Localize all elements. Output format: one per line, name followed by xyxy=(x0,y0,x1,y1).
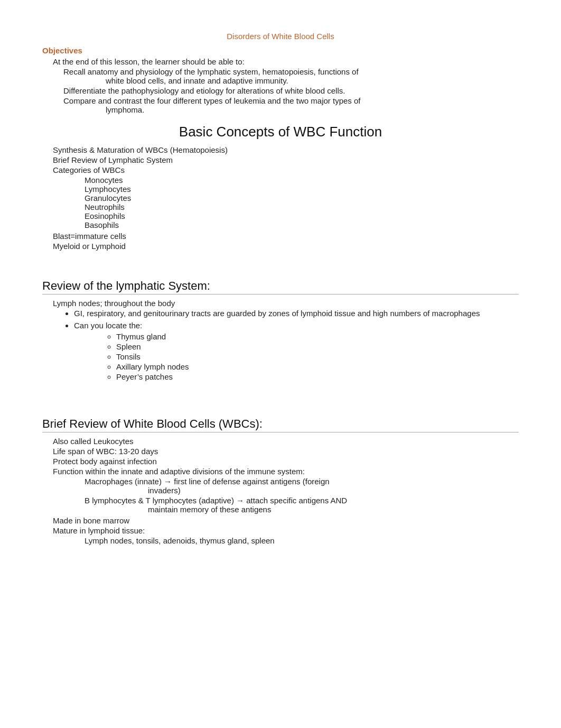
objective-1: Recall anatomy and physiology of the lym… xyxy=(63,67,519,85)
made-in: Made in bone marrow xyxy=(53,516,519,525)
objective-3: Compare and contrast the four different … xyxy=(63,96,519,114)
basic-concepts-item-3: Categories of WBCs xyxy=(53,165,519,174)
wbc-brief-item-2: Protect body against infection xyxy=(53,457,519,466)
wbc-brief-body: Also called Leukocytes Life span of WBC:… xyxy=(42,437,519,545)
lymph-subitem-4: Peyer’s patches xyxy=(116,372,519,381)
blast-text: Blast=immature cells xyxy=(53,232,519,241)
macrophage-line: Macrophages (innate) → first line of def… xyxy=(85,477,519,495)
lymphatic-bullet-list: GI, respiratory, and genitourinary tract… xyxy=(53,309,519,381)
mature-in-sub: Lymph nodes, tonsils, adenoids, thymus g… xyxy=(85,536,519,545)
myeloid-text: Myeloid or Lymphoid xyxy=(53,242,519,251)
basic-concepts-heading: Basic Concepts of WBC Function xyxy=(42,124,519,140)
wbc-cat-0: Monocytes xyxy=(85,176,519,185)
basic-concepts-item-2: Brief Review of Lymphatic System xyxy=(53,155,519,164)
basic-concepts-body: Synthesis & Maturation of WBCs (Hematopo… xyxy=(42,145,519,251)
lymphatic-bullet-0: GI, respiratory, and genitourinary tract… xyxy=(74,309,519,318)
lymph-subitem-2: Tonsils xyxy=(116,352,519,361)
page-title: Disorders of White Blood Cells xyxy=(42,32,519,41)
lymph-nodes-text: Lymph nodes; throughout the body xyxy=(53,299,519,308)
lymph-subitem-0: Thymus gland xyxy=(116,332,519,341)
wbc-categories-list: Monocytes Lymphocytes Granulocytes Neutr… xyxy=(85,176,519,229)
objectives-intro: At the end of this lesson, the learner s… xyxy=(53,57,519,66)
wbc-cat-1: Lymphocytes xyxy=(85,185,519,193)
lymphatic-bullet-1: Can you locate the: Thymus gland Spleen … xyxy=(74,321,519,381)
wbc-brief-item-0: Also called Leukocytes xyxy=(53,437,519,446)
objectives-heading: Objectives xyxy=(42,46,519,55)
wbc-cat-2: Granulocytes xyxy=(85,193,519,202)
objectives-section: Objectives At the end of this lesson, th… xyxy=(42,46,519,114)
wbc-brief-item-3: Function within the innate and adaptive … xyxy=(53,467,519,476)
lymph-subitem-1: Spleen xyxy=(116,342,519,351)
wbc-brief-heading: Brief Review of White Blood Cells (WBCs)… xyxy=(42,417,519,432)
mature-in: Mature in lymphoid tissue: xyxy=(53,526,519,535)
wbc-cat-4: Eosinophils xyxy=(85,211,519,220)
wbc-brief-item-1: Life span of WBC: 13-20 days xyxy=(53,447,519,456)
lymph-subitem-3: Axillary lymph nodes xyxy=(116,362,519,371)
lymphatic-body: Lymph nodes; throughout the body GI, res… xyxy=(42,299,519,381)
basic-concepts-item-1: Synthesis & Maturation of WBCs (Hematopo… xyxy=(53,145,519,154)
lymphatic-heading: Review of the lymphatic System: xyxy=(42,279,519,294)
objective-2: Differentiate the pathophysiology and et… xyxy=(63,86,519,95)
wbc-cat-5: Basophils xyxy=(85,220,519,229)
wbc-cat-3: Neutrophils xyxy=(85,202,519,211)
lymphatic-circle-list: Thymus gland Spleen Tonsils Axillary lym… xyxy=(95,332,519,381)
blymphocyte-line: B lymphocytes & T lymphocytes (adaptive)… xyxy=(85,496,519,514)
